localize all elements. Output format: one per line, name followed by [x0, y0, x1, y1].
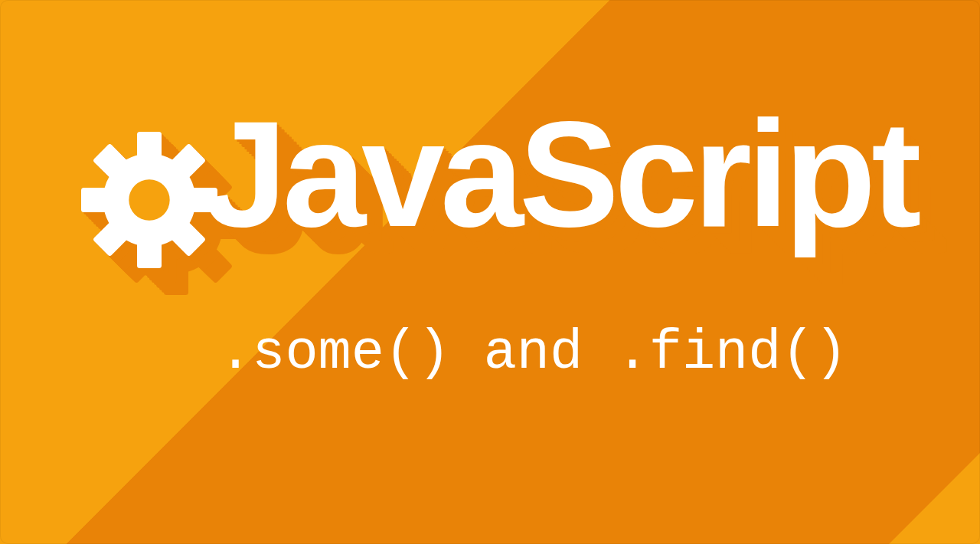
svg-point-9	[129, 179, 169, 220]
hero-banner: JavaScript .some() and .find()	[0, 0, 980, 544]
long-shadow-backdrop	[0, 0, 980, 544]
hero-subtitle: .some() and .find()	[219, 322, 848, 385]
gear-icon	[81, 132, 217, 268]
hero-title: JavaScript	[204, 100, 916, 250]
